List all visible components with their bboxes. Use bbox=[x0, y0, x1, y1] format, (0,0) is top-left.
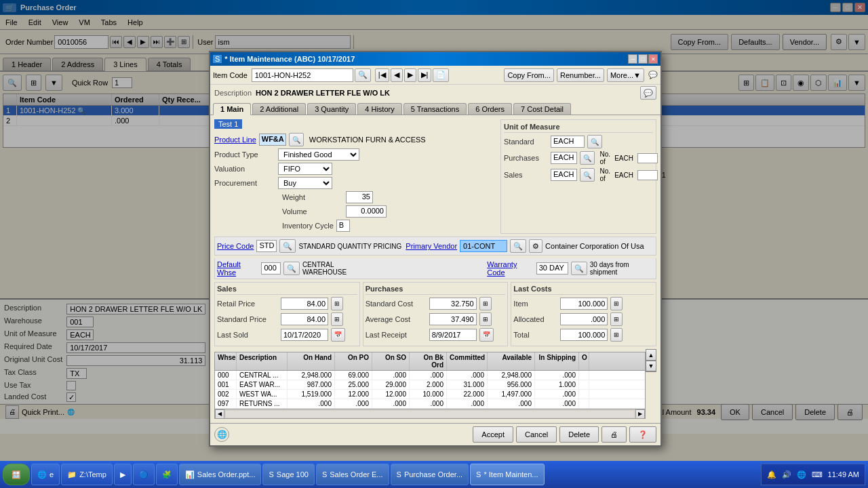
product-line-link[interactable]: Product Line bbox=[214, 136, 256, 144]
product-type-dropdown[interactable]: Finished Good bbox=[278, 148, 359, 161]
uom-sales-search-button[interactable]: 🔍 bbox=[580, 168, 595, 182]
ie-button[interactable]: 🌐 e bbox=[31, 464, 60, 485]
horizontal-scrollbar[interactable]: ◀ ▶ bbox=[215, 409, 645, 418]
table-row[interactable]: 001 EAST WAR... 987.000 25.000 29.000 2.… bbox=[215, 380, 645, 390]
uom-sales-row: Sales EACH 🔍 No. of EACH 1 bbox=[504, 167, 653, 182]
dialog-copy-from-button[interactable]: Copy From... bbox=[504, 68, 554, 82]
vertical-scrollbar[interactable]: ▲ ▼ bbox=[646, 349, 656, 372]
standard-cost-input[interactable] bbox=[429, 298, 477, 310]
tab-transactions[interactable]: 5 Transactions bbox=[403, 103, 467, 115]
start-button[interactable]: 🪟 bbox=[3, 464, 30, 485]
last-receipt-cal[interactable]: 📅 bbox=[479, 328, 494, 342]
scroll-down-button[interactable]: ▼ bbox=[646, 361, 656, 371]
dialog-footer: 🌐 Accept Cancel Delete 🖨 ❓ bbox=[210, 423, 660, 445]
warranty-code-link[interactable]: Warranty Code bbox=[487, 260, 534, 277]
last-sold-cal[interactable]: 📅 bbox=[331, 328, 345, 342]
last-receipt-input[interactable] bbox=[429, 329, 477, 341]
description-chat-icon[interactable]: 💬 bbox=[640, 86, 656, 100]
lc-allocated-icon[interactable]: ⊞ bbox=[610, 312, 623, 326]
dlg-nav-add[interactable]: 📄 bbox=[433, 68, 449, 82]
primary-vendor-link[interactable]: Primary Vendor bbox=[406, 242, 457, 250]
description-label: Description bbox=[214, 89, 252, 97]
tab-orders[interactable]: 6 Orders bbox=[468, 103, 512, 115]
scroll-up-button[interactable]: ▲ bbox=[646, 350, 656, 361]
tab-main[interactable]: 1 Main bbox=[213, 103, 251, 115]
chrome-button[interactable]: 🔵 bbox=[133, 464, 155, 485]
tab-history[interactable]: 4 History bbox=[357, 103, 401, 115]
table-row[interactable]: 097 RETURNS ... .000 .000 .000 .000 .000… bbox=[215, 399, 645, 409]
uom-standard-search-button[interactable]: 🔍 bbox=[587, 135, 602, 148]
dialog-maximize-button[interactable]: □ bbox=[638, 54, 648, 64]
dialog-more-button[interactable]: More... ▼ bbox=[607, 68, 644, 82]
standard-price-calc[interactable]: ⊞ bbox=[331, 312, 343, 326]
standard-price-input[interactable] bbox=[281, 313, 328, 325]
item-maint-button[interactable]: S * Item Mainten... bbox=[470, 464, 544, 485]
uom-purchases-qty-input[interactable] bbox=[637, 153, 658, 163]
globe-icon[interactable]: 🌐 bbox=[214, 427, 229, 442]
dialog-minimize-button[interactable]: ─ bbox=[628, 54, 637, 64]
powerpoint-button[interactable]: 📊 Sales Order.ppt... bbox=[179, 464, 262, 485]
product-line-row: Product Line WF&A 🔍 WORKSTATION FURN & A… bbox=[214, 133, 495, 146]
warranty-code-search-button[interactable]: 🔍 bbox=[571, 262, 587, 275]
tray-icon-1: 🔔 bbox=[767, 470, 776, 479]
dialog-speech-icon[interactable]: 💬 bbox=[648, 70, 658, 79]
retail-price-label: Retail Price bbox=[217, 300, 278, 308]
lc-allocated-input[interactable] bbox=[560, 313, 608, 325]
puzzle-button[interactable]: 🧩 bbox=[156, 464, 178, 485]
table-row[interactable]: 000 CENTRAL ... 2,948.000 69.000 .000 .0… bbox=[215, 371, 645, 380]
primary-vendor-input[interactable] bbox=[460, 240, 507, 252]
table-row[interactable]: 002 WEST WA... 1,519.000 12.000 12.000 1… bbox=[215, 390, 645, 399]
sage100-button[interactable]: S Sage 100 bbox=[262, 464, 314, 485]
default-whse-link[interactable]: Default Whse bbox=[217, 260, 258, 277]
item-code-input[interactable] bbox=[252, 68, 353, 82]
scroll-right-button[interactable]: ▶ bbox=[635, 409, 645, 419]
procurement-dropdown[interactable]: Buy bbox=[278, 177, 332, 189]
valuation-label: Valuation bbox=[214, 165, 275, 173]
price-code-link[interactable]: Price Code bbox=[217, 242, 254, 250]
print-button[interactable]: 🖨 bbox=[601, 426, 627, 443]
tab-additional[interactable]: 2 Additional bbox=[252, 103, 306, 115]
default-whse-warranty-row: Default Whse 000 🔍 CENTRAL WAREHOUSE War… bbox=[214, 258, 656, 279]
purchase-order-button[interactable]: S Purchase Order... bbox=[391, 464, 469, 485]
lc-item-input[interactable] bbox=[560, 298, 608, 310]
volume-value: 0.0000 bbox=[346, 205, 387, 218]
dlg-nav-prev[interactable]: ◀ bbox=[391, 68, 403, 82]
item-search-button[interactable]: 🔍 bbox=[355, 68, 371, 82]
primary-vendor-name: Container Corporation Of Usa bbox=[545, 242, 644, 250]
primary-vendor-search-button[interactable]: 🔍 bbox=[510, 239, 526, 253]
dialog-close-button[interactable]: ✕ bbox=[648, 54, 658, 64]
uom-sales-qty-input[interactable] bbox=[637, 170, 658, 180]
primary-vendor-icon[interactable]: ⚙ bbox=[529, 239, 542, 253]
dialog-renumber-button[interactable]: Renumber... bbox=[557, 68, 604, 82]
price-code-search-button[interactable]: 🔍 bbox=[279, 239, 296, 253]
wh-cell-onpo-1: 25.000 bbox=[335, 380, 372, 389]
cancel-button[interactable]: Cancel bbox=[516, 426, 557, 443]
tab-quantity[interactable]: 3 Quantity bbox=[307, 103, 356, 115]
tab-cost-detail[interactable]: 7 Cost Detail bbox=[513, 103, 571, 115]
uom-purchases-search-button[interactable]: 🔍 bbox=[580, 151, 595, 165]
dlg-nav-last[interactable]: ▶| bbox=[418, 68, 432, 82]
winamp-button[interactable]: ▶ bbox=[114, 464, 132, 485]
default-whse-search-button[interactable]: 🔍 bbox=[283, 262, 300, 275]
wh-header-whse: Whse bbox=[215, 352, 237, 370]
dlg-nav-first[interactable]: |◀ bbox=[375, 68, 389, 82]
product-line-search-button[interactable]: 🔍 bbox=[289, 133, 304, 146]
delete-button[interactable]: Delete bbox=[559, 426, 599, 443]
scroll-left-button[interactable]: ◀ bbox=[215, 409, 224, 419]
average-cost-calc[interactable]: ⊞ bbox=[479, 312, 492, 326]
wh-cell-inshipping-1: 1.000 bbox=[535, 380, 579, 389]
valuation-dropdown[interactable]: FIFO bbox=[278, 163, 332, 175]
last-sold-input[interactable] bbox=[281, 329, 328, 341]
dlg-nav-next[interactable]: ▶ bbox=[404, 68, 416, 82]
folder-button[interactable]: 📁 Z:\Temp bbox=[61, 464, 113, 485]
retail-price-input[interactable] bbox=[281, 298, 328, 310]
lc-item-icon[interactable]: ⊞ bbox=[610, 297, 623, 310]
retail-price-calc[interactable]: ⊞ bbox=[331, 297, 343, 310]
average-cost-input[interactable] bbox=[429, 313, 477, 325]
accept-button[interactable]: Accept bbox=[473, 426, 513, 443]
help-button[interactable]: ❓ bbox=[629, 426, 656, 443]
standard-cost-calc[interactable]: ⊞ bbox=[479, 297, 492, 310]
lc-total-input[interactable] bbox=[560, 329, 608, 341]
sales-order-e-button[interactable]: S Sales Order E... bbox=[316, 464, 389, 485]
lc-total-icon[interactable]: ⊞ bbox=[610, 328, 623, 342]
